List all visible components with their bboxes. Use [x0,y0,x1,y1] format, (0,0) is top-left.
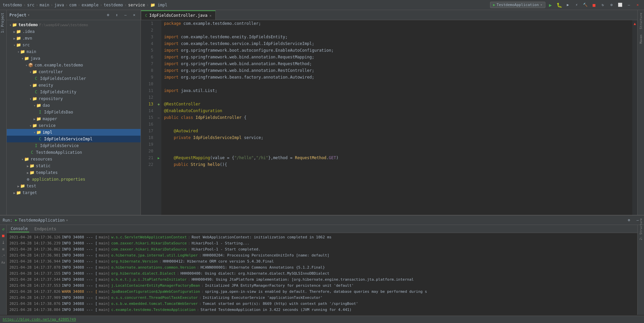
tree-controller[interactable]: ▾ 📁 controller [7,68,141,75]
root-path: F:\wamp64\www\testdemo [39,23,88,27]
restart-icon[interactable]: ↺ [1,226,6,232]
code-line-17: @Autowired [164,128,630,134]
log-line-2: 2021-04-28 14:17:36.239 INFO 34088 --- [… [9,240,635,246]
settings-button[interactable]: ⚙ [608,1,615,9]
tree-mapper[interactable]: ▶ 📁 mapper [7,116,141,122]
tree-resources[interactable]: ▾ 📁 resources [7,156,141,163]
run-config[interactable]: ▶ TestdemoApplication ▾ [490,2,545,8]
status-link[interactable]: https://blog.csdn.net/qq_42805749 [3,317,76,322]
project-dropdown-icon[interactable]: ▾ [28,13,30,17]
repo-folder-icon: 📁 [32,96,37,101]
coverage-button[interactable]: ▶ [564,1,572,9]
bc-testdemo[interactable]: testdemo [3,3,22,7]
tree-static[interactable]: ▶ 📁 static [7,163,141,169]
tree-target[interactable]: ▶ 📁 target [7,189,141,196]
static-label: static [36,164,50,168]
project-header-actions: ⚙ ↕ — ✕ [104,11,138,19]
bc-example[interactable]: example [82,3,99,7]
bc-impl[interactable]: 📁 impl [150,3,167,7]
dao-arrow: ▾ [34,104,36,107]
repo-arrow: ▾ [30,97,32,101]
tree-java[interactable]: ▾ 📁 java [7,55,141,62]
build-button[interactable]: 🔨 [582,1,589,9]
tab-idp-controller[interactable]: C IdpFieldsController.java ✕ [141,10,216,20]
tab-icon: C [145,14,147,17]
tree-dao[interactable]: ▾ 📁 dao [7,102,141,109]
bc-com[interactable]: com [69,3,76,7]
project-sort-icon[interactable]: ↕ [113,11,120,19]
bottom-structure-icon[interactable]: 2: Structure [638,226,644,232]
tab-close-icon[interactable]: ✕ [209,14,211,17]
tree-idea[interactable]: ▶ 📁 .idea [7,28,141,35]
code-line-21: @RequestMapping(value = {"/hello","/hi"}… [164,154,630,161]
log-line-12: 2021-04-28 14:17:38.076 INFO 34088 --- [… [9,301,635,307]
maven-label[interactable]: Maven [639,32,643,46]
bc-main[interactable]: main [40,3,49,7]
tree-src[interactable]: ▾ 📁 src [7,42,141,48]
project-close-icon[interactable]: ✕ [130,11,138,19]
stop-run-icon[interactable]: ■ [1,233,6,238]
project-expand-icon[interactable]: — [122,11,129,19]
tree-root[interactable]: ▾ 📁 testdemo F:\wamp64\www\testdemo [7,21,141,28]
update-button[interactable]: ↻ [599,1,606,9]
ln-14: 14 [144,107,153,114]
structure-label[interactable]: Structure [639,10,643,32]
tree-entity[interactable]: ▾ 📁 eneity [7,82,141,89]
tree-mvn[interactable]: ▶ 📁 .mvn [7,35,141,42]
tree-impl[interactable]: ▾ 📁 impl [7,129,141,136]
code-content[interactable]: package com.example.testdemo.controller;… [161,20,632,215]
bottom-left-icons: ↺ ■ ⤓ ≡ .* Aa [0,225,7,315]
tree-entity-class[interactable]: C IdpFieldsEntity [7,89,141,95]
bc-src[interactable]: src [27,3,35,7]
ln-18: 18 [144,134,153,141]
idp-ctrl-java-icon: C [35,76,37,81]
tree-test[interactable]: ▶ 📁 test [7,183,141,189]
tree-templates[interactable]: ▶ 📁 templates [7,169,141,176]
svcimpl-label: IdpFieldsServiceImpl [44,137,93,141]
tree-package[interactable]: ▾ 📦 com.example.testdemo [7,62,141,68]
endpoints-tab[interactable]: Endpoints [33,226,58,232]
ln-4: 4 [144,40,153,47]
idea-folder-icon: 📁 [16,29,21,34]
project-title: Project ▾ [9,13,30,17]
stop-button[interactable]: ■ [590,1,598,9]
tree-appprops[interactable]: ⚙ application.properties [7,176,141,183]
line-numbers: 1 2 3 4 5 6 7 8 9 10 11 12 13 14 15 16 1… [141,20,156,215]
tree-main[interactable]: ▾ 📁 main [7,48,141,55]
console-tab[interactable]: Console [9,226,29,232]
project-header: Project ▾ ⚙ ↕ — ✕ [7,10,141,20]
maximize-button[interactable]: ⬜ [616,1,624,9]
bc-java[interactable]: java [54,3,64,7]
run-config-dropdown[interactable]: ▾ [540,3,542,7]
run-settings-icon[interactable]: ⚙ [625,217,633,224]
tree-svc-class[interactable]: I IdpFieldsService [7,142,141,149]
regex-icon[interactable]: .* [1,253,6,259]
project-panel-label[interactable]: 1: Project [0,10,6,36]
scroll-end-icon[interactable]: ⤓ [1,240,6,245]
svc-java-icon: I [35,143,37,148]
static-folder-icon: 📁 [30,164,35,168]
bc-service[interactable]: service [128,3,145,7]
run-button[interactable]: ▶ [547,1,554,9]
code-line-3: import com.example.testdemo.eneity.IdpFi… [164,34,630,40]
bc-testdemo2[interactable]: testdemo [104,3,123,7]
run-app-tab[interactable]: ▶ TestdemoApplication ✕ [15,218,68,223]
java-folder-icon: 📁 [24,56,29,61]
gutter-run-icon[interactable]: ▶ [158,156,160,160]
close-window-button[interactable]: ✕ [634,1,641,9]
code-line-15: public class IdpFieldsController { [164,114,630,121]
run-tab-close-icon[interactable]: ✕ [66,218,68,222]
project-settings-icon[interactable]: ⚙ [104,11,112,19]
tree-svcimpl-class[interactable]: C IdpFieldsServiceImpl [7,136,141,142]
tree-app-class[interactable]: C TestdemoApplication [7,149,141,156]
tree-service[interactable]: ▾ 📁 service [7,122,141,129]
debug-button[interactable]: 🐛 [555,1,563,9]
filter-icon[interactable]: ≡ [1,246,6,252]
tree-idp-controller[interactable]: C IdpFieldsController [7,75,141,82]
profile-button[interactable]: ⚡ [573,1,580,9]
case-icon[interactable]: Aa [1,260,6,265]
tree-dao-class[interactable]: I IdpFieldsDao [7,109,141,116]
minimize-button[interactable]: — [625,1,633,9]
run-header: Run: ▶ TestdemoApplication ✕ ⚙ — [0,216,644,225]
tree-repository[interactable]: ▾ 📁 repository [7,95,141,102]
